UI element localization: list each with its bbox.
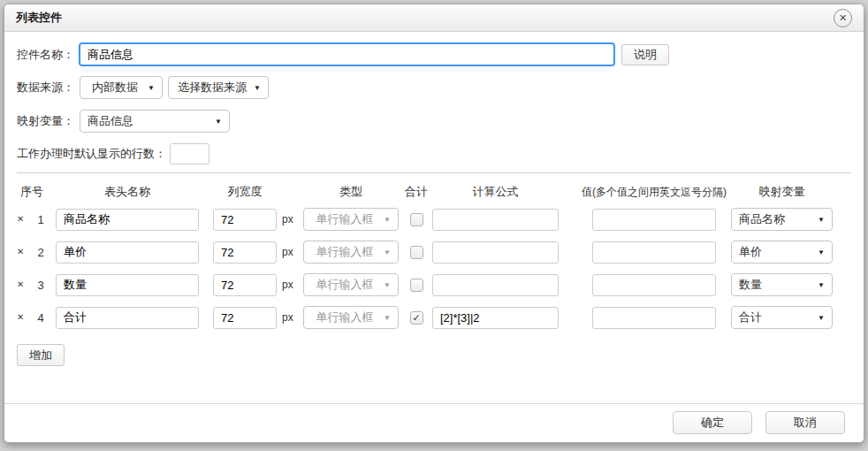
type-select[interactable]: 单行输入框 ▼ <box>303 241 399 264</box>
select-value: 单行输入框 <box>311 211 378 227</box>
delete-row-button[interactable]: ✕ <box>17 248 27 256</box>
select-value: 合计 <box>739 310 762 325</box>
default-rows-label: 工作办理时默认显示的行数： <box>17 146 166 162</box>
select-value: 单行输入框 <box>311 310 378 325</box>
formula-input[interactable] <box>432 274 559 296</box>
dropdown-arrow-icon: ▼ <box>812 248 825 256</box>
select-value: 商品信息 <box>88 113 133 129</box>
dropdown-arrow-icon: ▼ <box>812 216 825 224</box>
select-value: 商品名称 <box>739 211 785 227</box>
select-value: 单价 <box>739 244 762 260</box>
column-width-input[interactable] <box>213 209 277 231</box>
dropdown-arrow-icon: ▼ <box>378 248 391 256</box>
delete-icon: ✕ <box>17 279 24 289</box>
select-data-source-select[interactable]: 选择数据来源 ▼ <box>168 76 269 99</box>
delete-icon: ✕ <box>17 214 24 224</box>
dropdown-arrow-icon: ▼ <box>378 281 391 289</box>
ok-button[interactable]: 确定 <box>673 411 752 434</box>
px-label: px <box>282 213 298 226</box>
table-row: ✕ 4 px 单行输入框 ▼ ✓ 合计 ▼ <box>17 306 851 329</box>
select-value: 单行输入框 <box>311 277 378 293</box>
px-label: px <box>282 246 298 258</box>
separator <box>17 172 851 173</box>
data-source-label: 数据来源： <box>17 80 74 96</box>
delete-icon: ✕ <box>17 247 24 256</box>
row-mapping-select[interactable]: 单价 ▼ <box>731 241 833 264</box>
dropdown-arrow-icon: ▼ <box>209 118 222 126</box>
delete-row-button[interactable]: ✕ <box>17 313 27 322</box>
dropdown-arrow-icon: ▼ <box>248 84 261 92</box>
type-select[interactable]: 单行输入框 ▼ <box>303 306 399 329</box>
dialog-title: 列表控件 <box>16 10 62 26</box>
column-width-input[interactable] <box>213 241 277 264</box>
default-rows-row: 工作办理时默认显示的行数： <box>17 143 851 164</box>
dropdown-arrow-icon: ▼ <box>142 84 155 92</box>
header-name-input[interactable] <box>56 274 199 296</box>
add-button[interactable]: 增加 <box>17 344 65 366</box>
delete-row-button[interactable]: ✕ <box>17 215 27 224</box>
table-row: ✕ 3 px 单行输入框 ▼ 数量 ▼ <box>17 273 851 296</box>
formula-input[interactable] <box>432 241 559 264</box>
header-name-input[interactable] <box>56 241 199 264</box>
select-value: 单行输入框 <box>311 244 378 260</box>
mapping-variable-row: 映射变量： 商品信息 ▼ <box>17 110 851 133</box>
control-name-row: 控件名称： 说明 <box>17 43 851 65</box>
column-width-input[interactable] <box>213 274 277 296</box>
select-value: 数量 <box>739 277 762 293</box>
value-input[interactable] <box>592 241 716 264</box>
column-width-input[interactable] <box>213 307 277 329</box>
header-formula: 计算公式 <box>432 184 559 200</box>
table-rows: ✕ 1 px 单行输入框 ▼ 商品名称 ▼ ✕ 2 <box>17 208 851 329</box>
header-index: 序号 <box>17 184 47 200</box>
header-name-input[interactable] <box>56 209 199 231</box>
row-index: 3 <box>34 279 47 292</box>
dropdown-arrow-icon: ▼ <box>378 314 391 322</box>
row-mapping-select[interactable]: 商品名称 ▼ <box>731 208 833 231</box>
list-control-dialog: 列表控件 ✕ 控件名称： 说明 数据来源： 内部数据 ▼ 选择数据来源 ▼ 映射… <box>4 4 864 443</box>
formula-input[interactable] <box>432 307 559 329</box>
delete-row-button[interactable]: ✕ <box>17 280 27 289</box>
row-index: 1 <box>34 213 47 226</box>
dialog-body: 控件名称： 说明 数据来源： 内部数据 ▼ 选择数据来源 ▼ 映射变量： 商品信… <box>4 32 864 366</box>
footer: 确定 取消 <box>4 403 864 442</box>
default-rows-input[interactable] <box>170 143 209 164</box>
sum-checkbox[interactable]: ✓ <box>410 311 423 325</box>
dropdown-arrow-icon: ▼ <box>812 281 825 289</box>
sum-checkbox[interactable] <box>410 213 423 226</box>
header-mapping: 映射变量 <box>731 184 833 200</box>
delete-icon: ✕ <box>17 312 24 322</box>
close-button[interactable]: ✕ <box>834 9 852 27</box>
row-mapping-select[interactable]: 数量 ▼ <box>731 273 833 296</box>
row-index: 4 <box>34 311 47 325</box>
value-input[interactable] <box>592 209 716 231</box>
titlebar: 列表控件 ✕ <box>4 4 864 32</box>
header-type: 类型 <box>303 184 399 200</box>
px-label: px <box>282 311 298 324</box>
table-header-row: 序号 表头名称 列宽度 类型 合计 计算公式 值(多个值之间用英文逗号分隔) 映… <box>17 184 851 200</box>
type-select[interactable]: 单行输入框 ▼ <box>303 208 399 231</box>
table-row: ✕ 1 px 单行输入框 ▼ 商品名称 ▼ <box>17 208 851 231</box>
value-input[interactable] <box>592 307 716 329</box>
header-sum: 合计 <box>409 184 423 200</box>
select-value: 选择数据来源 <box>176 80 248 96</box>
sum-checkbox[interactable] <box>410 279 423 292</box>
select-value: 内部数据 <box>88 80 142 96</box>
dropdown-arrow-icon: ▼ <box>378 216 391 224</box>
control-name-input[interactable] <box>80 43 614 65</box>
formula-input[interactable] <box>432 209 559 231</box>
row-mapping-select[interactable]: 合计 ▼ <box>731 306 833 329</box>
header-width: 列宽度 <box>213 184 277 200</box>
type-select[interactable]: 单行输入框 ▼ <box>303 273 399 296</box>
value-input[interactable] <box>592 274 716 296</box>
internal-data-select[interactable]: 内部数据 ▼ <box>80 76 163 99</box>
sum-checkbox[interactable] <box>410 246 423 259</box>
mapping-variable-label: 映射变量： <box>17 113 74 129</box>
header-name-input[interactable] <box>56 307 199 329</box>
control-name-label: 控件名称： <box>17 47 74 63</box>
cancel-button[interactable]: 取消 <box>765 411 845 434</box>
help-button[interactable]: 说明 <box>621 44 669 65</box>
mapping-variable-select[interactable]: 商品信息 ▼ <box>80 110 230 133</box>
row-index: 2 <box>34 246 47 259</box>
dropdown-arrow-icon: ▼ <box>812 314 825 322</box>
close-icon: ✕ <box>839 12 847 24</box>
